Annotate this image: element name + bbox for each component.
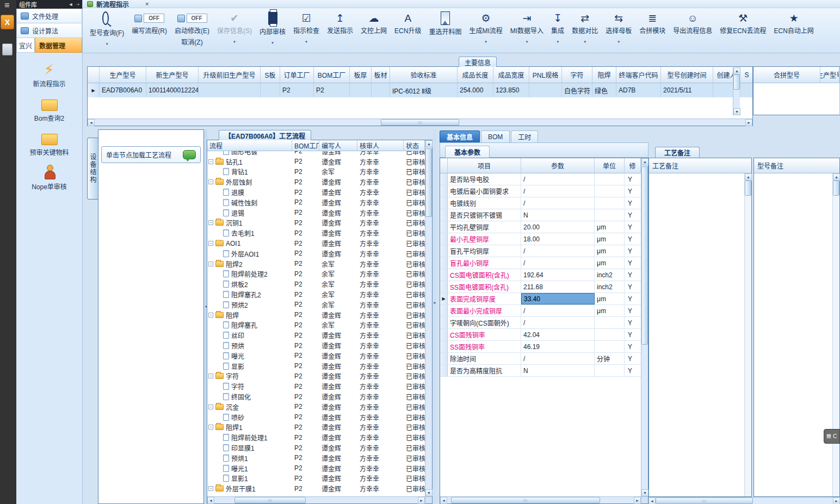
flow-writer-cell[interactable]: 谭金辉: [319, 453, 357, 463]
param-value-cell[interactable]: 42.04: [521, 329, 595, 340]
flow-tree-row[interactable]: 退锡 P2 谭金辉 方幸幸 已审核: [207, 208, 425, 218]
flow-status-cell[interactable]: 已审核: [404, 474, 425, 483]
param-unit-cell[interactable]: [595, 185, 625, 197]
param-unit-cell[interactable]: μm: [595, 221, 625, 233]
flow-status-cell[interactable]: 已审核: [404, 157, 425, 166]
param-value-cell[interactable]: N: [521, 209, 595, 221]
close-icon[interactable]: ×: [145, 1, 149, 7]
param-flag-cell[interactable]: Y: [625, 353, 641, 364]
toolbar-button[interactable]: ★ ECN自动上网: [770, 10, 818, 36]
flow-reviewer-cell[interactable]: 方幸幸: [357, 362, 404, 371]
flow-bom-cell[interactable]: P2: [292, 301, 319, 308]
param-name-cell[interactable]: 最小孔壁铜厚: [448, 233, 521, 245]
grid-column-header[interactable]: 成品宽度: [493, 67, 529, 83]
param-name-cell[interactable]: 电镀线别: [448, 197, 521, 209]
param-unit-cell[interactable]: 分钟: [595, 353, 625, 364]
scroll-down-icon[interactable]: [425, 489, 433, 496]
grid-cell[interactable]: 绿色: [592, 83, 616, 97]
param-value-cell[interactable]: 192.64: [521, 269, 595, 281]
flow-bom-cell[interactable]: P2: [292, 219, 319, 227]
param-name-cell[interactable]: 是否只镀铜不镀锡: [448, 209, 521, 221]
grid-cell[interactable]: [740, 83, 752, 97]
toolbar-button[interactable]: ☑ 指示检查: [289, 10, 323, 41]
flow-reviewer-cell[interactable]: 方幸幸: [357, 351, 404, 360]
flow-step-cell[interactable]: 预烘: [207, 341, 292, 350]
scrollbar-thumb[interactable]: [733, 74, 740, 90]
grid-column-header[interactable]: 验收标准: [390, 67, 458, 83]
param-row[interactable]: CS面残铜率 42.04 Y: [440, 329, 641, 341]
flow-bom-cell[interactable]: P2: [292, 444, 319, 452]
toolbar-button[interactable]: 重选开料图: [425, 10, 465, 37]
toolbar-button[interactable]: ⇥ MI数据导入: [507, 10, 547, 41]
region-tab-yixing[interactable]: 宜兴: [16, 38, 35, 53]
flow-reviewer-cell[interactable]: 方幸幸: [357, 392, 404, 401]
param-unit-cell[interactable]: μm: [595, 293, 625, 304]
flow-writer-cell[interactable]: 谭金辉: [319, 331, 357, 340]
flow-bom-cell[interactable]: P2: [292, 291, 319, 298]
flow-bom-cell[interactable]: P2: [292, 352, 319, 359]
flow-status-cell[interactable]: 已审核: [404, 422, 425, 432]
off-toggle[interactable]: OFF: [134, 11, 164, 25]
flow-step-cell[interactable]: 喷砂: [207, 413, 292, 422]
param-flag-cell[interactable]: Y: [625, 269, 641, 281]
param-flag-cell[interactable]: Y: [625, 317, 641, 328]
flow-tree-row[interactable]: 预烘2 P2 余军 方幸幸 已审核: [207, 300, 425, 310]
flow-status-cell[interactable]: 已审核: [404, 331, 425, 340]
param-row[interactable]: 盲孔平均铜厚 / μm Y: [440, 245, 641, 257]
flow-reviewer-cell[interactable]: 方幸幸: [357, 290, 404, 299]
collapse-icon[interactable]: [208, 313, 213, 318]
toolbar-button[interactable]: ⚒ 修复ECN丢流程: [716, 10, 770, 36]
flow-status-cell[interactable]: 已审核: [404, 362, 425, 371]
collapse-icon[interactable]: [208, 159, 213, 164]
flow-bom-cell[interactable]: P2: [292, 178, 319, 186]
flow-tree-row[interactable]: 阻焊前处理1 P2 谭金辉 方幸幸 已审核: [207, 432, 425, 443]
flow-writer-cell[interactable]: 谭金辉: [319, 464, 357, 473]
flow-step-cell[interactable]: 曝光1: [207, 464, 292, 473]
flow-bom-cell[interactable]: P2: [292, 189, 319, 196]
flow-tree-row[interactable]: 终固化 P2 谭金辉 方幸幸 已审核: [207, 391, 425, 402]
param-name-cell[interactable]: 除油时间: [448, 353, 521, 364]
flow-reviewer-cell[interactable]: 方幸幸: [357, 474, 404, 483]
tab-basic-parameters[interactable]: 基本参数: [445, 146, 490, 158]
param-name-cell[interactable]: 表面最小完成铜厚: [448, 305, 521, 316]
flow-tree-row[interactable]: 外层干膜1 P2 谭金辉 方幸幸 已审核: [207, 483, 425, 494]
param-flag-cell[interactable]: Y: [625, 293, 641, 304]
scroll-down-icon[interactable]: [733, 108, 740, 115]
toolbar-button[interactable]: 型号查询(F): [86, 10, 128, 43]
flow-writer-cell[interactable]: 谭金辉: [319, 351, 357, 360]
flow-reviewer-cell[interactable]: 方幸幸: [357, 157, 404, 166]
flow-bom-cell[interactable]: P2: [292, 209, 319, 216]
param-tab[interactable]: 工时: [511, 130, 538, 142]
scrollbar-thumb[interactable]: [234, 497, 306, 503]
flow-step-cell[interactable]: 阻焊2: [207, 259, 292, 269]
flow-tree-row[interactable]: 碱性蚀刻 P2 谭金辉 方幸幸 已审核: [207, 197, 425, 208]
param-flag-cell[interactable]: Y: [625, 173, 641, 185]
collapse-icon[interactable]: [208, 405, 213, 409]
param-name-cell[interactable]: 电镀后最小面铜要求: [448, 185, 521, 197]
flow-reviewer-cell[interactable]: 方幸幸: [357, 239, 404, 248]
flow-bom-cell[interactable]: P2: [292, 434, 319, 441]
flow-tree-row[interactable]: 预烘1 P2 谭金辉 方幸幸 已审核: [207, 453, 425, 463]
toolbar-button[interactable]: 内部审核: [256, 10, 289, 42]
flow-status-cell[interactable]: 已审核: [404, 341, 425, 350]
flow-writer-cell[interactable]: 谭金辉: [319, 239, 357, 248]
flow-status-cell[interactable]: 已审核: [404, 188, 425, 197]
dropdown-arrow-icon[interactable]: [271, 38, 274, 41]
grid-column-header[interactable]: 订单工厂: [280, 67, 314, 83]
param-value-cell[interactable]: 20.00: [521, 221, 595, 233]
flow-status-cell[interactable]: 已审核: [404, 279, 425, 289]
flow-reviewer-cell[interactable]: 方幸幸: [357, 413, 404, 422]
scrollbar-thumb[interactable]: [425, 148, 432, 217]
flow-tree-row[interactable]: 曝光 P2 谭金辉 方幸幸 已审核: [207, 351, 425, 361]
param-name-cell[interactable]: 盲孔最小铜厚: [448, 257, 521, 269]
flow-writer-cell[interactable]: 余军: [319, 269, 357, 278]
flow-writer-cell[interactable]: 余军: [319, 279, 357, 289]
scrollbar-track[interactable]: [656, 497, 833, 504]
flow-step-cell[interactable]: 字符: [207, 382, 292, 391]
flow-bom-cell[interactable]: P2: [292, 464, 319, 472]
app-excel-icon[interactable]: X: [1, 15, 14, 29]
toolbar-button[interactable]: ≣ 合拼模块: [635, 10, 669, 36]
param-value-cell[interactable]: /: [521, 197, 595, 209]
flow-column-header[interactable]: 流程: [207, 140, 292, 151]
flow-writer-cell[interactable]: 余军: [319, 290, 357, 299]
